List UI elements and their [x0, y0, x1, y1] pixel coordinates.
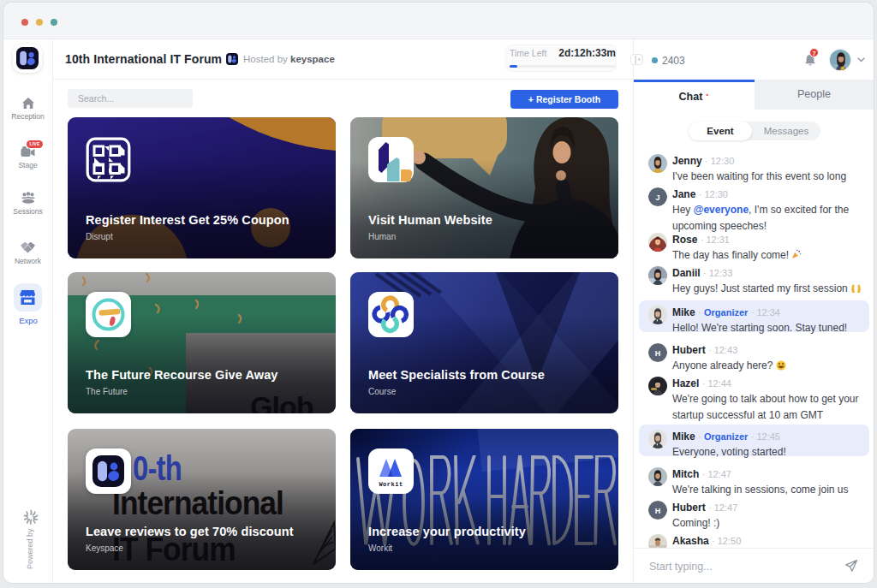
svg-text:H: H [655, 507, 661, 515]
svg-text:H: H [655, 349, 661, 358]
svg-text:J: J [655, 193, 659, 202]
svg-text:Workit: Workit [379, 481, 403, 488]
